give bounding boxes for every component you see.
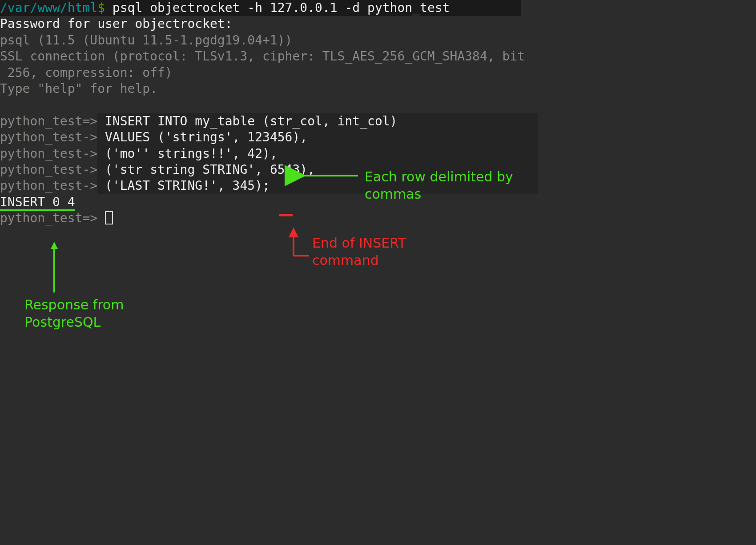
- insert-line-3: python_test-> ('mo'' strings!!', 42),: [0, 146, 756, 162]
- annotation-end-insert: End of INSERT command: [312, 234, 406, 269]
- insert-line-2: python_test-> VALUES ('strings', 123456)…: [0, 129, 756, 145]
- annotation-text: End of INSERT: [312, 234, 406, 252]
- sql-text: ('LAST STRING!', 345);: [97, 178, 270, 193]
- prompt-path: /var/www/html: [0, 0, 97, 15]
- annotation-rows-delim: Each row delimited by commas: [365, 168, 513, 203]
- ssl-info-2: 256, compression: off): [0, 65, 756, 81]
- psql-prompt-cont: python_test->: [0, 130, 97, 144]
- sql-text: ('mo'' strings!!', 42),: [97, 146, 277, 161]
- psql-prompt-cont: python_test->: [0, 162, 97, 177]
- help-hint: Type "help" for help.: [0, 81, 756, 97]
- psql-prompt: python_test=>: [0, 114, 97, 128]
- cursor-icon: [105, 211, 113, 224]
- final-prompt-line[interactable]: python_test=>: [0, 210, 756, 226]
- annotation-text: PostgreSQL: [24, 313, 124, 331]
- terminal-line-1: /var/www/html$ psql objectrocket -h 127.…: [0, 0, 756, 16]
- shell-command: psql objectrocket -h 127.0.0.1 -d python…: [105, 0, 450, 15]
- password-prompt: Password for user objectrocket:: [0, 16, 756, 32]
- arrowhead-green-up: [51, 242, 58, 249]
- insert-response: INSERT 0 4: [0, 195, 75, 211]
- ssl-info-1: SSL connection (protocol: TLSv1.3, ciphe…: [0, 48, 756, 64]
- annotation-response: Response from PostgreSQL: [24, 296, 124, 331]
- sql-text: ('str string STRING', 6543),: [97, 162, 315, 177]
- annotation-text: commas: [365, 185, 513, 203]
- psql-version: psql (11.5 (Ubuntu 11.5-1.pgdg19.04+1)): [0, 32, 756, 48]
- sql-text: INSERT INTO my_table (str_col, int_col): [97, 114, 397, 128]
- annotation-text: Each row delimited by: [365, 168, 513, 185]
- insert-line-1: python_test=> INSERT INTO my_table (str_…: [0, 113, 756, 129]
- annotation-text: Response from: [24, 296, 124, 313]
- annotation-text: command: [312, 252, 406, 269]
- psql-prompt-cont: python_test->: [0, 146, 97, 161]
- psql-prompt: python_test=>: [0, 211, 105, 225]
- sql-text: VALUES ('strings', 123456),: [97, 130, 307, 144]
- prompt-dollar: $: [97, 0, 105, 15]
- psql-prompt-cont: python_test->: [0, 178, 97, 193]
- arrow-red-elbow: [290, 229, 309, 256]
